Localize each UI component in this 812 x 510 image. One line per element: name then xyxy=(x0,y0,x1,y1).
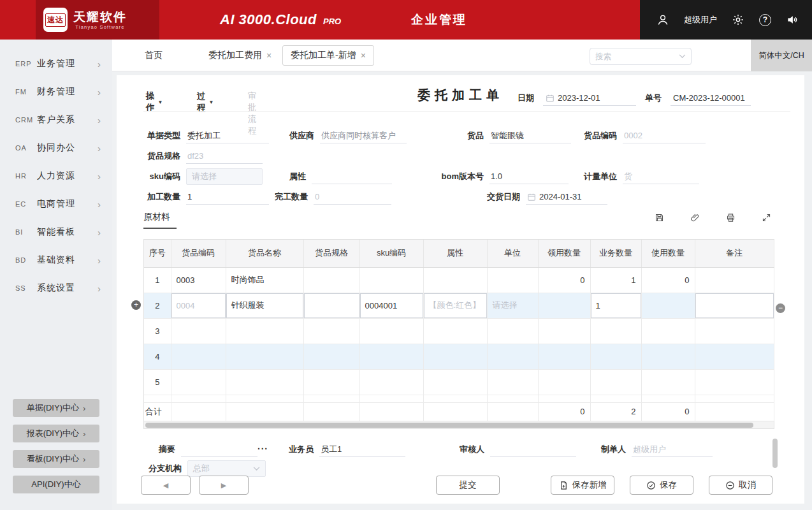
branch-select[interactable]: 总部 xyxy=(187,460,266,477)
table-cell[interactable]: 【颜色:红色】 xyxy=(423,293,487,318)
table-cell[interactable] xyxy=(538,293,590,318)
table-cell[interactable] xyxy=(423,344,487,369)
table-cell[interactable]: 0 xyxy=(641,402,695,421)
diy-center-button-0[interactable]: 单据(DIY)中心› xyxy=(13,399,99,417)
remove-row-button[interactable]: − xyxy=(776,303,785,313)
table-cell[interactable] xyxy=(590,395,641,402)
attribute-input[interactable] xyxy=(312,169,392,184)
docno-field[interactable]: CM-2023-12-00001 xyxy=(671,91,751,106)
table-cell[interactable] xyxy=(487,369,538,395)
scrollbar-thumb[interactable] xyxy=(145,423,753,428)
table-cell[interactable] xyxy=(487,402,538,421)
table-cell[interactable] xyxy=(590,318,641,344)
table-cell[interactable] xyxy=(171,395,226,402)
table-cell[interactable]: 0004001 xyxy=(359,293,423,318)
save-new-button[interactable]: 保存新增 xyxy=(551,476,614,495)
supplier-input[interactable]: 供应商同时核算客户 xyxy=(320,128,407,143)
expand-icon[interactable] xyxy=(762,213,771,222)
tab-processing-order-new[interactable]: 委托加工单-新增 × xyxy=(282,45,374,66)
table-cell[interactable] xyxy=(487,267,538,293)
table-cell[interactable] xyxy=(359,344,423,369)
doc-type-input[interactable]: 委托加工 xyxy=(186,128,269,143)
submit-button[interactable]: 提交 xyxy=(436,476,500,495)
table-cell[interactable] xyxy=(423,267,487,293)
attachment-icon[interactable] xyxy=(690,213,700,222)
delivery-date-input[interactable]: 2024-01-31 xyxy=(526,189,607,205)
table-cell[interactable] xyxy=(423,369,487,395)
table-cell[interactable] xyxy=(487,344,538,369)
table-cell[interactable]: 1 xyxy=(590,267,641,293)
table-cell[interactable] xyxy=(303,402,359,421)
finished-qty-input[interactable]: 0 xyxy=(314,189,391,205)
table-cell[interactable] xyxy=(695,344,774,369)
process-qty-input[interactable]: 1 xyxy=(186,189,269,205)
table-cell[interactable] xyxy=(590,344,641,369)
table-cell[interactable] xyxy=(359,318,423,344)
product-code-input[interactable]: 0002 xyxy=(623,128,706,143)
table-cell[interactable]: 2 xyxy=(144,293,171,318)
table-cell[interactable] xyxy=(538,395,590,402)
product-input[interactable]: 智能眼镜 xyxy=(489,128,571,143)
table-cell[interactable] xyxy=(359,267,423,293)
auditor-input[interactable] xyxy=(490,442,576,457)
user-icon[interactable] xyxy=(656,13,669,26)
unit-input[interactable]: 货 xyxy=(623,169,699,184)
table-cell[interactable]: 1 xyxy=(590,293,641,318)
sidebar-item-erp[interactable]: ERP业务管理› xyxy=(0,50,112,78)
table-cell[interactable]: 0003 xyxy=(171,267,226,293)
table-cell[interactable] xyxy=(590,369,641,395)
table-cell[interactable]: 1 xyxy=(144,267,171,293)
save-grid-icon[interactable] xyxy=(655,213,664,222)
table-cell[interactable] xyxy=(695,267,774,293)
table-cell[interactable] xyxy=(144,395,171,402)
table-cell[interactable] xyxy=(226,344,303,369)
sidebar-item-bd[interactable]: BD基础资料› xyxy=(0,246,112,274)
tab-processing-fee[interactable]: 委托加工费用 × xyxy=(208,40,272,71)
table-cell[interactable] xyxy=(359,395,423,402)
sidebar-item-ec[interactable]: EC电商管理› xyxy=(0,190,112,218)
table-cell[interactable]: 5 xyxy=(144,369,171,395)
add-row-button[interactable]: + xyxy=(131,300,141,310)
sidebar-item-hr[interactable]: HR人力资源› xyxy=(0,162,112,190)
diy-center-button-3[interactable]: API(DIY)中心 xyxy=(13,476,99,493)
sidebar-item-bi[interactable]: BI智能看板› xyxy=(0,218,112,246)
summary-input[interactable] xyxy=(181,442,257,457)
sidebar-item-oa[interactable]: OA协同办公› xyxy=(0,134,112,162)
save-button[interactable]: 保存 xyxy=(630,476,693,495)
prev-record-button[interactable]: ◀ xyxy=(141,476,191,495)
speaker-icon[interactable] xyxy=(786,13,799,26)
table-cell[interactable] xyxy=(171,344,226,369)
close-icon[interactable]: × xyxy=(266,50,272,61)
search-input[interactable] xyxy=(595,52,675,61)
print-icon[interactable] xyxy=(726,213,736,222)
summary-more-button[interactable]: ··· xyxy=(257,444,268,454)
table-cell[interactable] xyxy=(695,369,774,395)
table-cell[interactable] xyxy=(538,369,590,395)
sku-select[interactable]: 请选择 xyxy=(186,168,263,185)
table-cell[interactable]: 请选择 xyxy=(487,293,538,318)
table-cell[interactable] xyxy=(641,344,695,369)
table-cell[interactable] xyxy=(538,344,590,369)
process-menu[interactable]: 过程▼ xyxy=(197,91,214,113)
vertical-scrollbar-thumb[interactable] xyxy=(772,439,778,468)
table-cell[interactable]: 3 xyxy=(144,318,171,344)
salesman-input[interactable]: 员工1 xyxy=(319,442,405,457)
close-icon[interactable]: × xyxy=(361,50,366,61)
next-record-button[interactable]: ▶ xyxy=(199,476,249,495)
table-cell[interactable] xyxy=(695,318,774,344)
table-cell[interactable] xyxy=(171,369,226,395)
language-switch[interactable]: 简体中文/CH xyxy=(751,40,812,71)
table-cell[interactable] xyxy=(303,318,359,344)
help-icon[interactable]: ? xyxy=(759,14,771,26)
table-cell[interactable] xyxy=(226,402,303,421)
table-cell[interactable] xyxy=(226,395,303,402)
table-cell[interactable] xyxy=(487,318,538,344)
table-cell[interactable]: 针织服装 xyxy=(226,293,303,318)
cancel-button[interactable]: 取消 xyxy=(709,476,772,495)
table-cell[interactable] xyxy=(487,395,538,402)
spec-input[interactable]: df23 xyxy=(186,149,263,164)
table-cell[interactable] xyxy=(303,395,359,402)
table-cell[interactable] xyxy=(695,402,774,421)
table-cell[interactable] xyxy=(641,318,695,344)
sidebar-item-fm[interactable]: FM财务管理› xyxy=(0,78,112,106)
